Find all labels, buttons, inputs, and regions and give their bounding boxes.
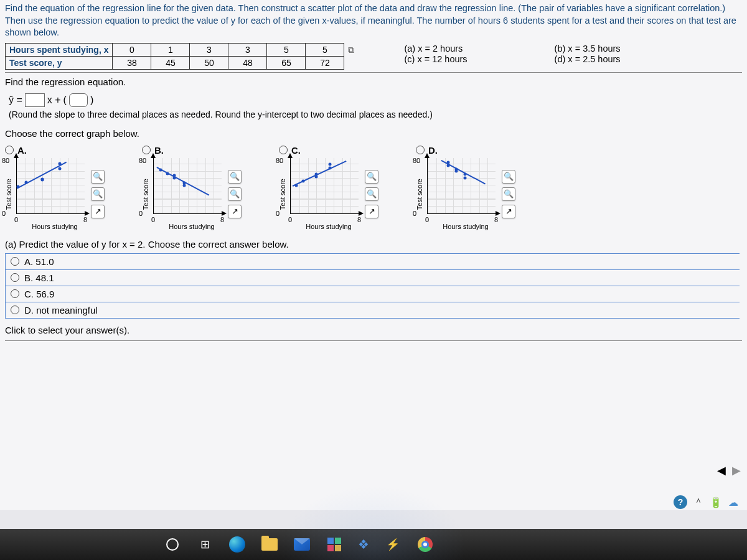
tick: 8 (83, 216, 87, 223)
chevron-up-icon[interactable]: ＾ (693, 496, 703, 509)
tick: 80 (413, 157, 420, 164)
ylabel: Test score (279, 179, 286, 210)
zoom-out-icon[interactable]: 🔍 (91, 187, 105, 201)
cell: 3 (190, 43, 228, 56)
graph-option-a[interactable]: A. Test score 80 0 0 8 (5, 145, 105, 230)
tick: 0 (151, 216, 155, 223)
app-icon[interactable]: ⚡ (382, 534, 403, 555)
chart-b: 80 0 0 8 (153, 158, 222, 214)
tick: 8 (494, 216, 498, 223)
radio-b[interactable] (142, 146, 151, 154)
chart-c: 80 0 0 8 (290, 158, 359, 214)
xlabel: Hours studying (162, 223, 222, 230)
equation-input-line: ŷ = x + ( ) (9, 93, 742, 107)
intercept-input[interactable] (69, 93, 88, 107)
predict-values-2: (b) x = 3.5 hours (d) x = 2.5 hours (555, 43, 621, 65)
microsoft-store-icon[interactable] (324, 534, 345, 555)
graph-option-c[interactable]: C. Test score 80 0 0 8 (279, 145, 378, 230)
zoom-out-icon[interactable]: 🔍 (502, 187, 515, 201)
start-button[interactable] (162, 534, 183, 555)
cloud-icon[interactable]: ☁ (728, 497, 738, 508)
find-regression-title: Find the regression equation. (5, 77, 742, 87)
taskbar: ⊞ ❖ ⚡ (0, 529, 747, 560)
tick: 0 (413, 210, 416, 217)
radio-ans-a[interactable] (11, 257, 19, 266)
ylabel: Test score (142, 179, 149, 210)
tick: 0 (288, 216, 292, 223)
row-label-y: Test score, y (6, 56, 113, 69)
cell: 45 (151, 56, 190, 69)
next-arrow-icon[interactable]: ▶ (732, 464, 741, 477)
zoom-out-icon[interactable]: 🔍 (365, 187, 378, 201)
choose-graph-title: Choose the correct graph below. (5, 128, 742, 139)
copy-table-icon[interactable]: ⧉ (348, 45, 354, 55)
popout-icon[interactable]: ↗ (365, 205, 378, 218)
xlabel: Hours studying (299, 223, 359, 230)
help-icon[interactable]: ? (674, 495, 687, 509)
popout-icon[interactable]: ↗ (228, 205, 242, 218)
tick: 0 (425, 216, 429, 223)
answer-c[interactable]: C. 56.9 (6, 286, 740, 302)
radio-a[interactable] (5, 146, 14, 154)
zoom-in-icon[interactable]: 🔍 (365, 170, 378, 184)
answer-d[interactable]: D. not meaningful (6, 302, 740, 318)
label-d: D. (428, 145, 438, 156)
ylabel: Test score (5, 179, 12, 210)
part-a-question: (a) Predict the value of y for x = 2. Ch… (5, 239, 742, 250)
radio-c[interactable] (279, 146, 288, 154)
eq-yhat: ŷ = (9, 95, 22, 106)
radio-ans-d[interactable] (11, 306, 19, 314)
mail-icon[interactable] (291, 534, 312, 555)
cell: 5 (306, 43, 344, 56)
chrome-icon[interactable] (415, 534, 436, 555)
battery-icon[interactable]: 🔋 (710, 497, 722, 508)
dropbox-icon[interactable]: ❖ (356, 538, 371, 551)
divider (5, 72, 742, 73)
radio-d[interactable] (416, 146, 425, 154)
row-label-x: Hours spent studying, x (6, 43, 113, 56)
answer-c-label: C. 56.9 (24, 289, 54, 299)
predict-c: (c) x = 12 hours (404, 54, 467, 64)
tick: 0 (14, 216, 18, 223)
tick: 8 (357, 216, 361, 223)
task-view-icon[interactable]: ⊞ (194, 534, 215, 555)
zoom-in-icon[interactable]: 🔍 (91, 170, 105, 184)
zoom-out-icon[interactable]: 🔍 (228, 187, 242, 201)
radio-ans-b[interactable] (11, 273, 19, 282)
click-select-hint: Click to select your answer(s). (5, 325, 742, 339)
slope-input[interactable] (25, 93, 45, 107)
zoom-in-icon[interactable]: 🔍 (502, 170, 515, 184)
cell: 3 (228, 43, 267, 56)
tick: 8 (220, 216, 224, 223)
chart-a: 80 0 0 8 (16, 158, 85, 214)
eq-xplus: x + (47, 95, 61, 106)
cell: 38 (113, 56, 151, 69)
problem-intro: Find the equation of the regression line… (5, 2, 742, 39)
file-explorer-icon[interactable] (259, 534, 280, 555)
chart-d: 80 0 0 8 (427, 158, 496, 214)
cell: 48 (228, 56, 267, 69)
tick: 80 (276, 157, 283, 164)
cell: 50 (190, 56, 228, 69)
predict-values: (a) x = 2 hours (c) x = 12 hours (404, 43, 467, 65)
data-table: Hours spent studying, x 0 1 3 3 5 5 Test… (5, 43, 344, 70)
cell: 5 (267, 43, 306, 56)
answer-b[interactable]: B. 48.1 (6, 270, 740, 286)
tick: 0 (139, 210, 143, 217)
answer-b-label: B. 48.1 (24, 273, 54, 283)
xlabel: Hours studying (436, 223, 496, 230)
popout-icon[interactable]: ↗ (91, 205, 105, 218)
radio-ans-c[interactable] (11, 289, 19, 298)
xlabel: Hours studying (25, 223, 85, 230)
cell: 65 (267, 56, 306, 69)
ylabel: Test score (416, 179, 423, 210)
edge-icon[interactable] (227, 534, 248, 555)
tick: 80 (139, 157, 146, 164)
prev-arrow-icon[interactable]: ◀ (717, 464, 726, 477)
popout-icon[interactable]: ↗ (502, 205, 515, 218)
graph-option-d[interactable]: D. Test score 80 0 0 8 (416, 145, 515, 230)
zoom-in-icon[interactable]: 🔍 (228, 170, 242, 184)
answer-a[interactable]: A. 51.0 (6, 254, 740, 270)
graph-option-b[interactable]: B. Test score 80 0 0 8 (142, 145, 242, 230)
answer-d-label: D. not meaningful (24, 305, 98, 315)
